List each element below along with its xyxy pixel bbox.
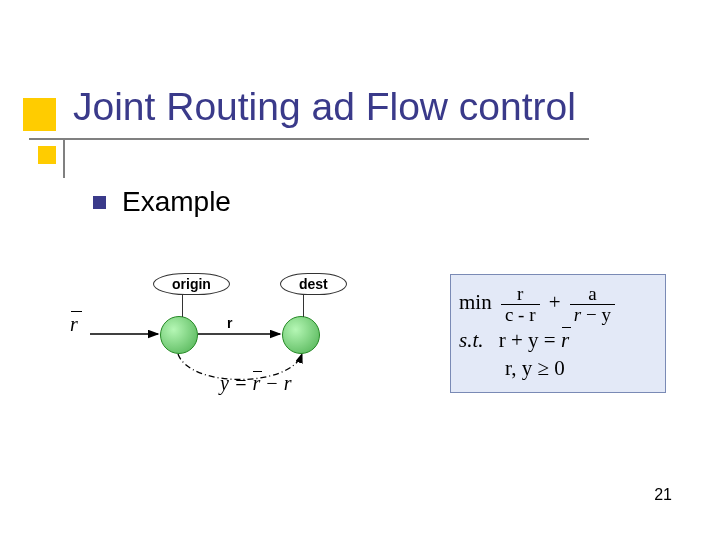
leader-origin — [182, 295, 183, 317]
page-number: 21 — [654, 486, 672, 504]
callout-dest: dest — [280, 273, 347, 295]
formula-objective: min r c - r + a r − y — [459, 284, 657, 325]
node-dest — [282, 316, 320, 354]
formula-constraint-2: r, y ≥ 0 — [459, 356, 657, 381]
title-sideline — [63, 138, 65, 178]
callout-origin: origin — [153, 273, 230, 295]
formula-box: min r c - r + a r − y s.t. r + y = r r, … — [450, 274, 666, 393]
accent-square-large — [23, 98, 56, 131]
formula-constraint-1: s.t. r + y = r — [459, 328, 657, 353]
overflow-equation: y = r − r — [220, 372, 291, 395]
edge-label-r: r — [227, 315, 232, 331]
title-underline — [29, 138, 589, 140]
network-diagram: r origin dest r y = r − r — [70, 270, 410, 380]
accent-square-small — [38, 146, 56, 164]
slide-title: Joint Routing ad Flow control — [73, 85, 576, 129]
bullet-row: Example — [93, 186, 231, 218]
title-block: Joint Routing ad Flow control — [0, 86, 720, 166]
leader-dest — [303, 295, 304, 317]
bullet-icon — [93, 196, 106, 209]
node-origin — [160, 316, 198, 354]
bullet-text: Example — [122, 186, 231, 218]
